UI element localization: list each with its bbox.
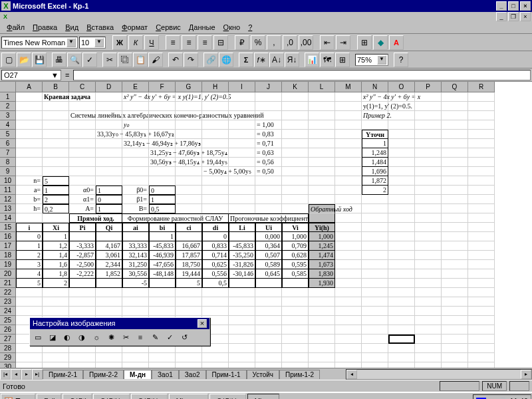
- cell[interactable]: [176, 353, 202, 362]
- row-header[interactable]: 1: [0, 92, 16, 102]
- cell[interactable]: [229, 111, 255, 120]
- cell[interactable]: [282, 316, 309, 325]
- cell[interactable]: [282, 167, 309, 176]
- cell[interactable]: [96, 167, 122, 176]
- cell[interactable]: 2: [362, 186, 388, 195]
- cell[interactable]: 19,444: [176, 269, 202, 279]
- taskbar-button[interactable]: ▫C:\Ptb\...: [209, 394, 246, 399]
- cell[interactable]: [468, 92, 495, 102]
- cell[interactable]: [229, 139, 255, 148]
- cell[interactable]: [282, 279, 309, 288]
- col-header[interactable]: H: [202, 82, 229, 92]
- cell[interactable]: 2,344: [96, 260, 122, 269]
- cell[interactable]: [335, 111, 362, 120]
- menu-Вставка[interactable]: Вставка: [82, 22, 118, 33]
- align-center-button[interactable]: ≡: [182, 35, 196, 50]
- cell[interactable]: Ui: [255, 223, 282, 232]
- cell[interactable]: [415, 158, 442, 167]
- system-tray[interactable]: Ru ⊞ 🔊 11:49: [473, 394, 531, 399]
- cell[interactable]: [468, 269, 495, 279]
- cell[interactable]: -5: [122, 279, 149, 288]
- cell[interactable]: Прогоночные коэффициенты: [229, 213, 309, 223]
- cell[interactable]: [255, 279, 282, 288]
- row-header[interactable]: 4: [0, 120, 16, 130]
- cell[interactable]: [442, 167, 468, 176]
- cell[interactable]: [96, 353, 122, 362]
- formula-equals[interactable]: =: [65, 71, 69, 79]
- cell[interactable]: [335, 362, 362, 368]
- cell[interactable]: Прямой ход.: [69, 213, 122, 223]
- cell[interactable]: [176, 195, 202, 204]
- italic-button[interactable]: К: [128, 35, 143, 50]
- cell[interactable]: [442, 92, 468, 102]
- cell[interactable]: 4: [16, 269, 43, 279]
- row-header[interactable]: 6: [0, 139, 16, 148]
- cell[interactable]: n=: [16, 176, 43, 186]
- cell[interactable]: 0,507: [255, 251, 282, 260]
- cell[interactable]: [255, 186, 282, 195]
- map-button[interactable]: 🗺: [320, 53, 334, 67]
- cell[interactable]: [16, 362, 43, 368]
- chart-button[interactable]: 📊: [305, 53, 319, 67]
- cell[interactable]: [202, 288, 229, 297]
- cell[interactable]: [335, 260, 362, 269]
- image-control-icon[interactable]: ◪: [46, 331, 59, 344]
- cell[interactable]: [335, 130, 362, 139]
- cell[interactable]: [149, 167, 176, 176]
- cell[interactable]: [468, 325, 495, 334]
- cell[interactable]: y₀: [122, 120, 149, 130]
- cell[interactable]: [229, 325, 255, 334]
- sheet-tab[interactable]: Зао2: [179, 370, 206, 379]
- cell[interactable]: [202, 92, 229, 102]
- cell[interactable]: [282, 307, 309, 316]
- format-object-icon[interactable]: ✎: [148, 331, 162, 344]
- cell[interactable]: [96, 148, 122, 158]
- insert-picture-icon[interactable]: ▭: [31, 331, 45, 344]
- crop-icon[interactable]: ✂: [119, 331, 132, 344]
- cell[interactable]: [309, 195, 335, 204]
- col-header[interactable]: P: [415, 82, 442, 92]
- cell[interactable]: 3,061: [96, 251, 122, 260]
- cell[interactable]: [468, 334, 495, 344]
- cell[interactable]: y(1)=1, y' (2)=0.5.: [362, 102, 388, 111]
- cell[interactable]: [122, 158, 149, 167]
- cell[interactable]: [415, 334, 442, 344]
- cell[interactable]: [362, 204, 388, 213]
- cell[interactable]: di: [202, 223, 229, 232]
- font-color-button[interactable]: A: [389, 35, 404, 50]
- cell[interactable]: 1,4: [43, 251, 69, 260]
- cell[interactable]: [335, 102, 362, 111]
- cell[interactable]: [415, 102, 442, 111]
- cell[interactable]: [229, 232, 255, 241]
- cell[interactable]: [16, 130, 43, 139]
- cell[interactable]: [442, 186, 468, 195]
- cell[interactable]: [122, 111, 149, 120]
- cell[interactable]: α1=: [69, 195, 96, 204]
- cell[interactable]: 1,852: [96, 269, 122, 279]
- cell[interactable]: [229, 297, 255, 307]
- cell[interactable]: [255, 176, 282, 186]
- cell[interactable]: [442, 148, 468, 158]
- cell[interactable]: [415, 111, 442, 120]
- cell[interactable]: [282, 297, 309, 307]
- cell[interactable]: [69, 362, 96, 368]
- cell[interactable]: [309, 213, 335, 223]
- cell[interactable]: [335, 92, 362, 102]
- row-header[interactable]: 22: [0, 288, 16, 297]
- cell[interactable]: [122, 232, 149, 241]
- menu-Окно[interactable]: Окно: [219, 22, 245, 33]
- cell[interactable]: [122, 307, 149, 316]
- save-button[interactable]: 💾: [32, 53, 47, 67]
- cell[interactable]: [309, 307, 335, 316]
- cell[interactable]: [415, 204, 442, 213]
- cell[interactable]: [415, 120, 442, 130]
- cell[interactable]: [362, 325, 388, 334]
- cell[interactable]: [96, 139, 122, 148]
- cell[interactable]: [415, 232, 442, 241]
- cell[interactable]: -45,833: [149, 241, 176, 251]
- cell[interactable]: [468, 260, 495, 269]
- cell[interactable]: Краевая задача: [43, 92, 69, 102]
- cell[interactable]: [229, 130, 255, 139]
- percent-button[interactable]: %: [251, 35, 265, 50]
- sheet-tab[interactable]: М-дн: [124, 370, 152, 379]
